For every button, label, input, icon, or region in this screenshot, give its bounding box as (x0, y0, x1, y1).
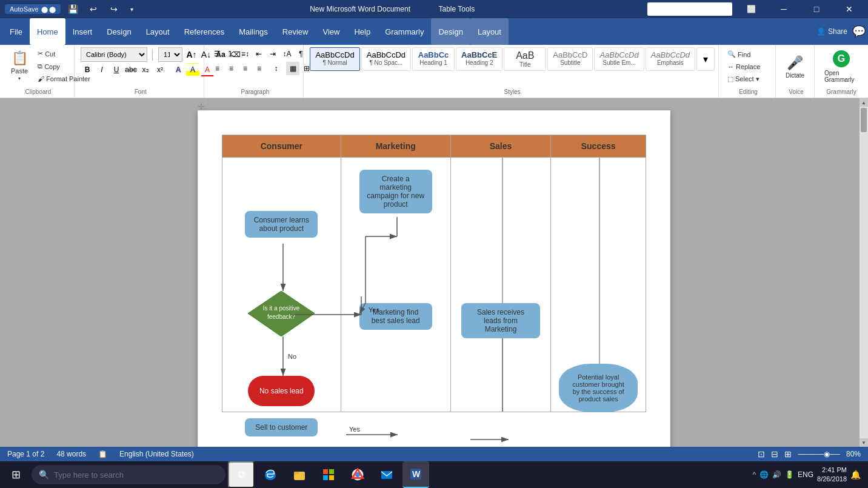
align-left-button[interactable]: ≡ (210, 62, 224, 75)
scroll-up-button[interactable]: ▲ (860, 98, 868, 107)
select-button[interactable]: ⬚ Select ▾ (725, 74, 763, 84)
clock-time: 2:41 PM (817, 466, 847, 475)
subscript-button[interactable]: x₂ (139, 63, 152, 76)
menu-home[interactable]: Home (30, 18, 65, 45)
notifications-button[interactable]: 🔔 (850, 470, 861, 480)
show-formatting-button[interactable]: ¶ (294, 47, 307, 61)
align-right-button[interactable]: ≡ (238, 62, 252, 75)
superscript-button[interactable]: x² (153, 63, 167, 76)
view-normal-button[interactable]: ⊡ (758, 449, 765, 459)
replace-button[interactable]: ↔ Replace (725, 62, 763, 72)
menu-references[interactable]: References (177, 18, 232, 45)
redo-button[interactable]: ↪ (105, 0, 122, 18)
style-heading1[interactable]: AaBbCc Heading 1 (412, 47, 455, 71)
close-button[interactable]: ✕ (835, 0, 863, 18)
zoom-slider[interactable]: ─────◉── (798, 450, 840, 458)
line-spacing-button[interactable]: ↕ (269, 62, 282, 75)
taskbar-word-icon[interactable]: W (402, 461, 429, 488)
open-grammarly-button[interactable]: G Open Grammarly (821, 48, 862, 85)
style-subtle-em[interactable]: AaBbCcDd Subtle Em... (594, 47, 644, 71)
style-subtitle[interactable]: AaBbCcD Subtitle (547, 47, 593, 71)
menu-design[interactable]: Design (99, 18, 138, 45)
shading-button[interactable]: ▦ (286, 62, 299, 75)
justify-button[interactable]: ≡ (252, 62, 265, 75)
bullets-button[interactable]: ☰ (210, 47, 224, 61)
scroll-thumb[interactable] (861, 108, 867, 132)
volume-icon[interactable]: 🔊 (772, 470, 781, 479)
menu-review[interactable]: Review (275, 18, 316, 45)
share-icon: 👤 (816, 27, 826, 36)
increase-indent-button[interactable]: ⇥ (266, 47, 279, 61)
taskbar-taskview-button[interactable]: ⧉ (228, 461, 255, 488)
tray-chevron[interactable]: ^ (752, 470, 756, 479)
style-normal[interactable]: AaBbCcDd ¶ Normal (310, 47, 359, 71)
network-icon[interactable]: 🌐 (760, 470, 769, 479)
menu-help[interactable]: Help (347, 18, 378, 45)
ribbon-display-button[interactable]: ⬜ (737, 0, 765, 18)
scroll-down-button[interactable]: ▼ (860, 438, 868, 447)
sales-arrows-svg (451, 158, 551, 412)
decrease-indent-button[interactable]: ⇤ (252, 47, 265, 61)
vertical-scrollbar[interactable]: ▲ ▼ (860, 98, 868, 447)
sales-receives-shape[interactable]: Sales receives leads from Marketing (461, 303, 540, 338)
style-emphasis[interactable]: AaBbCcDd Emphasis (646, 47, 695, 71)
taskbar-store-icon[interactable] (315, 461, 342, 488)
menu-insert[interactable]: Insert (65, 18, 100, 45)
grow-font-button[interactable]: A↑ (185, 48, 198, 61)
menu-table-layout[interactable]: Layout (470, 18, 509, 45)
customize-qat-button[interactable]: ▾ (126, 0, 137, 18)
strikethrough-button[interactable]: abc (124, 63, 138, 76)
create-marketing-shape[interactable]: Create a marketing campaign for new prod… (359, 170, 432, 213)
start-button[interactable]: ⊞ (2, 461, 29, 488)
undo-button[interactable]: ↩ (85, 0, 102, 18)
menu-layout[interactable]: Layout (139, 18, 177, 45)
style-heading2[interactable]: AaBbCcE Heading 2 (456, 47, 502, 71)
sell-to-customer-shape[interactable]: Sell to customer (245, 418, 318, 436)
font-size-select[interactable]: 11 (158, 47, 182, 62)
style-more[interactable]: ▾ (696, 47, 715, 71)
taskbar-explorer-icon[interactable] (286, 461, 313, 488)
search-box[interactable] (647, 2, 732, 16)
restore-button[interactable]: □ (803, 0, 830, 18)
share-button[interactable]: 👤 Share (816, 27, 847, 36)
text-highlight-button[interactable]: A (186, 63, 199, 76)
bold-button[interactable]: B (81, 63, 94, 76)
language[interactable]: English (United States) (119, 450, 194, 458)
taskbar-mail-icon[interactable] (373, 461, 400, 488)
multilevel-list-button[interactable]: ≡↕ (238, 47, 252, 61)
view-print-button[interactable]: ⊟ (771, 449, 778, 459)
sort-button[interactable]: ↕A (280, 47, 293, 61)
paste-button[interactable]: 📋 Paste ▾ (6, 47, 33, 84)
view-web-button[interactable]: ⊞ (784, 449, 792, 459)
text-effects-button[interactable]: A (172, 63, 185, 76)
autosave-button[interactable]: AutoSave ⬤ ⬤ (5, 4, 61, 14)
font-name-select[interactable]: Calibri (Body) (81, 47, 147, 62)
taskbar-clock[interactable]: 2:41 PM 8/26/2018 (817, 466, 847, 484)
dictate-button[interactable]: 🎤 Dictate (782, 53, 808, 81)
find-button[interactable]: 🔍 Find (725, 49, 763, 59)
no-sales-lead-shape[interactable]: No sales lead (248, 376, 315, 406)
menu-mailings[interactable]: Mailings (232, 18, 275, 45)
minimize-button[interactable]: ─ (770, 0, 798, 18)
menu-file[interactable]: File (2, 18, 30, 45)
marketing-find-best-shape[interactable]: Marketing find best sales lead (359, 303, 432, 330)
consumer-learns-shape[interactable]: Consumer learns about product (245, 211, 318, 238)
title-bar: AutoSave ⬤ ⬤ 💾 ↩ ↪ ▾ New Microsoft Word … (0, 0, 868, 18)
align-center-button[interactable]: ≡ (224, 62, 238, 75)
italic-button[interactable]: I (95, 63, 109, 76)
taskbar-edge-icon[interactable] (257, 461, 284, 488)
menu-view[interactable]: View (315, 18, 347, 45)
table-move-handle[interactable]: ✛ (198, 102, 205, 112)
taskbar-search-input[interactable] (54, 470, 218, 480)
underline-button[interactable]: U (110, 63, 123, 76)
save-button[interactable]: 💾 (64, 0, 81, 18)
menu-grammarly[interactable]: Grammarly (378, 18, 431, 45)
taskbar-chrome-icon[interactable] (344, 461, 371, 488)
comments-button[interactable]: 💬 (852, 25, 866, 38)
menu-table-design[interactable]: Design (431, 18, 470, 45)
numbering-button[interactable]: 1. (224, 47, 238, 61)
style-title[interactable]: AaB Title (504, 47, 546, 71)
editing-label: Editing (739, 86, 758, 95)
style-no-spacing[interactable]: AaBbCcDd ¶ No Spac... (361, 47, 411, 71)
potential-loyal-shape[interactable]: Potential loyal customer brought by the … (559, 364, 638, 412)
